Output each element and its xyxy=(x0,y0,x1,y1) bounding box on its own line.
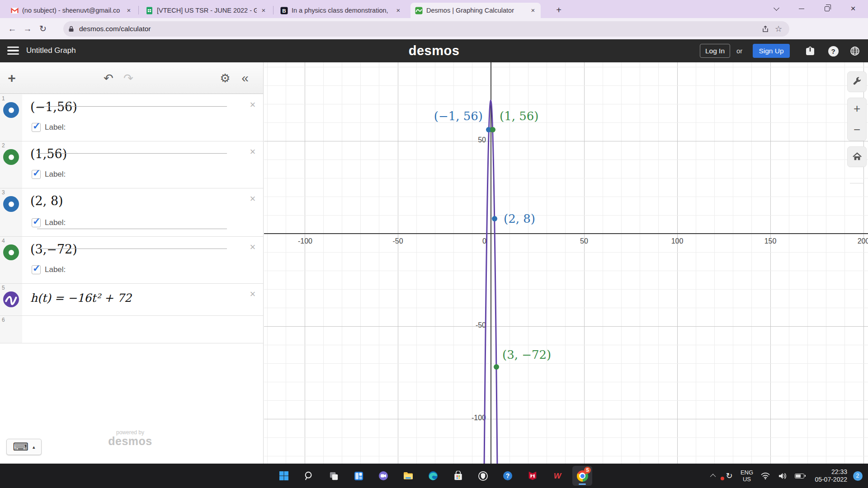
browser-tab-bar: (no subject) - sheenuvt@gmail.co × [VTEC… xyxy=(0,0,868,18)
point-style-icon[interactable] xyxy=(3,244,19,260)
window-close-button[interactable]: × xyxy=(843,0,863,17)
collapse-panel-icon[interactable]: « xyxy=(237,70,253,86)
notification-center-badge[interactable]: 2 xyxy=(847,471,868,481)
gmail-icon xyxy=(11,7,19,14)
label-option-row: Label: xyxy=(32,263,66,277)
delete-expression-icon[interactable]: × xyxy=(248,193,258,205)
label-checkbox[interactable] xyxy=(32,170,41,179)
language-globe-icon[interactable] xyxy=(849,45,861,57)
delete-expression-icon[interactable]: × xyxy=(248,241,258,253)
export-share-icon[interactable] xyxy=(804,45,816,57)
expression-row-empty[interactable]: 6 xyxy=(0,316,263,343)
graph-point-dot[interactable] xyxy=(490,127,495,132)
expression-math[interactable]: (2, 8) xyxy=(30,194,63,208)
windows-taskbar: ? W S ↻ ENGUS xyxy=(0,464,868,488)
defender-icon[interactable] xyxy=(473,466,493,486)
expression-row[interactable]: 4 (3,−72) Label: × xyxy=(0,237,263,284)
row-gutter: 1 xyxy=(0,94,22,141)
tab-desmos-active[interactable]: Desmos | Graphing Calculator × xyxy=(410,3,541,18)
mcafee-icon[interactable] xyxy=(523,466,542,486)
tab-search-chevron-icon[interactable] xyxy=(766,0,787,17)
file-explorer-icon[interactable] xyxy=(398,466,418,486)
start-button[interactable] xyxy=(274,466,294,486)
row-gutter: 5 xyxy=(0,284,22,315)
clock[interactable]: 22:33 05-07-2022 xyxy=(808,468,847,483)
default-zoom-home-button[interactable] xyxy=(847,146,867,167)
teams-chat-icon[interactable] xyxy=(373,466,393,486)
point-style-icon[interactable] xyxy=(3,102,19,118)
redo-button[interactable]: ↷ xyxy=(120,70,137,86)
language-indicator[interactable]: ENGUS xyxy=(737,469,757,483)
volume-icon[interactable] xyxy=(774,472,790,480)
point-style-icon[interactable] xyxy=(3,196,19,212)
delete-expression-icon[interactable]: × xyxy=(248,146,258,158)
undo-button[interactable]: ↶ xyxy=(100,70,117,86)
label-input[interactable] xyxy=(37,153,227,154)
bookmark-star-icon[interactable]: ☆ xyxy=(772,23,785,35)
close-tab-icon[interactable]: × xyxy=(259,6,268,14)
forward-button[interactable]: → xyxy=(20,21,35,37)
address-bar[interactable]: desmos.com/calculator ☆ xyxy=(63,21,789,37)
show-keyboard-button[interactable]: ⌨ ▴ xyxy=(6,439,42,455)
point-style-icon[interactable] xyxy=(3,149,19,165)
help-icon[interactable]: ? xyxy=(827,45,840,57)
tab-gmail[interactable]: (no subject) - sheenuvt@gmail.co × xyxy=(6,3,137,18)
sync-recorder-icon[interactable]: ↻ xyxy=(722,471,737,481)
curve-style-icon[interactable] xyxy=(3,291,19,307)
sign-up-button[interactable]: Sign Up xyxy=(753,44,790,58)
expression-math[interactable]: (3,−72) xyxy=(30,242,77,256)
expression-row[interactable]: 1 (−1,56) Label: × xyxy=(0,94,263,141)
label-checkbox[interactable] xyxy=(32,265,41,274)
tray-chevron-icon[interactable] xyxy=(705,474,722,478)
task-view-icon[interactable] xyxy=(324,466,344,486)
graph-settings-gear-icon[interactable]: ⚙ xyxy=(217,70,233,86)
get-help-icon[interactable]: ? xyxy=(498,466,518,486)
parabola-curve[interactable] xyxy=(264,62,868,464)
delete-expression-icon[interactable]: × xyxy=(248,288,258,300)
expression-math[interactable]: h(t) = −16t² + 72 xyxy=(30,291,132,305)
expression-row[interactable]: 2 (1,56) Label: × xyxy=(0,141,263,188)
browser-toolbar: ← → ↻ desmos.com/calculator ☆ S ⋮ xyxy=(0,18,868,39)
zoom-control-group: + − xyxy=(847,98,867,141)
label-checkbox[interactable] xyxy=(32,218,41,227)
window-minimize-button[interactable] xyxy=(791,0,812,17)
graph-settings-wrench-button[interactable] xyxy=(847,71,867,92)
widgets-icon[interactable] xyxy=(349,466,368,486)
microsoft-store-icon[interactable] xyxy=(448,466,468,486)
add-expression-button[interactable]: + xyxy=(4,70,20,86)
graph-point-label: (3, −72) xyxy=(502,348,551,361)
expression-row[interactable]: 3 (2, 8) Label: × xyxy=(0,188,263,237)
expression-row[interactable]: 5 h(t) = −16t² + 72 × xyxy=(0,284,263,316)
log-in-button[interactable]: Log In xyxy=(700,44,730,58)
new-tab-button[interactable]: + xyxy=(552,4,565,17)
graph-point-dot[interactable] xyxy=(494,364,499,370)
zoom-in-button[interactable]: + xyxy=(854,98,860,119)
window-restore-button[interactable] xyxy=(816,0,837,17)
graph-canvas[interactable]: -100 -50 0 50 100 150 200 50 -50 -100 (−… xyxy=(264,62,868,464)
close-tab-icon[interactable]: × xyxy=(394,6,402,14)
chrome-icon-active[interactable]: S xyxy=(572,466,592,486)
label-input[interactable] xyxy=(37,229,227,229)
wps-office-icon[interactable]: W xyxy=(547,466,567,486)
label-checkbox[interactable] xyxy=(32,123,41,132)
graph-point-dot[interactable] xyxy=(492,216,497,221)
label-input[interactable] xyxy=(37,106,227,107)
share-icon[interactable] xyxy=(760,23,772,35)
edge-icon[interactable] xyxy=(423,466,443,486)
tab-sheets[interactable]: [VTECH] US TSR - JUNE 2022 - G × xyxy=(141,3,271,18)
desmos-icon xyxy=(415,7,423,14)
label-input[interactable] xyxy=(37,249,227,249)
tab-brainly[interactable]: B In a physics class demonstration, × xyxy=(276,3,406,18)
lock-icon xyxy=(68,25,75,33)
battery-icon[interactable] xyxy=(790,474,808,479)
wifi-icon[interactable] xyxy=(757,472,774,479)
expression-math[interactable]: (1,56) xyxy=(30,147,67,161)
delete-expression-icon[interactable]: × xyxy=(248,99,258,111)
expression-math[interactable]: (−1,56) xyxy=(30,100,77,114)
back-button[interactable]: ← xyxy=(5,21,20,37)
zoom-out-button[interactable]: − xyxy=(854,119,860,141)
close-tab-icon[interactable]: × xyxy=(529,6,537,14)
reload-button[interactable]: ↻ xyxy=(35,21,51,37)
close-tab-icon[interactable]: × xyxy=(125,6,133,14)
search-icon[interactable] xyxy=(299,466,319,486)
